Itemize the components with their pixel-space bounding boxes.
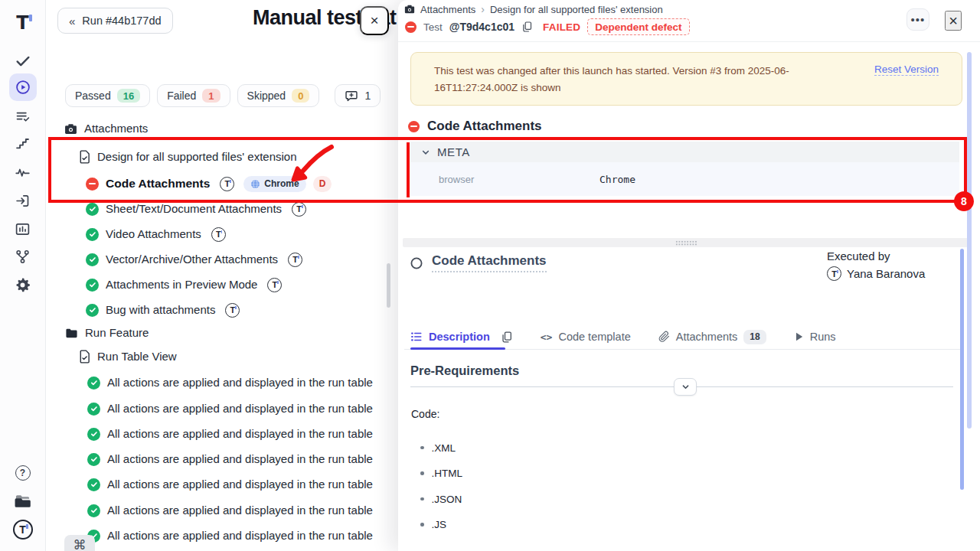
meta-value: Chrome	[599, 174, 635, 185]
sidebar-item-branches[interactable]	[9, 243, 37, 270]
test-run-table-action[interactable]: All actions are applied and displayed in…	[87, 399, 373, 418]
sidebar-item-projects[interactable]	[9, 487, 37, 515]
breadcrumb-separator: ›	[481, 3, 485, 15]
run-back-button[interactable]: « Run #44b177dd	[57, 8, 173, 34]
run-id-label: Run #44b177dd	[82, 15, 161, 27]
test-run-table-action[interactable]: All actions are applied and displayed in…	[87, 475, 373, 494]
list-item: .HTML	[420, 468, 462, 480]
close-icon: ×	[370, 12, 378, 29]
attachments-count: 18	[743, 330, 766, 344]
test-bug-attachments[interactable]: Bug with attachments	[86, 301, 240, 319]
panel-splitter[interactable]	[403, 238, 969, 247]
sidebar-item-settings[interactable]	[9, 271, 37, 298]
camera-icon	[64, 123, 77, 135]
test-run-table-action[interactable]: All actions are applied and displayed in…	[87, 527, 373, 545]
copy-icon	[501, 331, 513, 344]
passed-status-icon	[87, 428, 100, 441]
skipped-count: 0	[292, 89, 309, 103]
bullet-icon	[420, 471, 424, 475]
detail-close-button[interactable]: ×	[945, 11, 962, 31]
test-run-table-action[interactable]: All actions are applied and displayed in…	[87, 425, 373, 443]
list-item: .JS	[420, 519, 462, 531]
test-run-table-action[interactable]: All actions are applied and displayed in…	[87, 501, 373, 520]
test-run-table-action[interactable]: All actions are applied and displayed in…	[87, 450, 373, 468]
tab-code-template[interactable]: <> Code template	[541, 331, 631, 343]
sidebar-item-account[interactable]	[9, 516, 37, 543]
defect-badge-d[interactable]: D	[313, 176, 332, 192]
copy-test-id-button[interactable]	[521, 21, 533, 33]
import-icon	[15, 193, 31, 209]
test-video-attachments[interactable]: Video Attachments	[86, 225, 226, 243]
test-preview-mode[interactable]: Attachments in Preview Mode	[86, 276, 282, 294]
branch-icon	[15, 249, 31, 265]
detail-header: Attachments › Design for all supported f…	[398, 0, 980, 42]
passed-status-icon	[86, 253, 99, 266]
camera-icon	[404, 5, 415, 14]
run-filters: Passed 16 Failed 1 Skipped 0 1	[65, 84, 381, 107]
code-brackets-icon: <>	[541, 331, 553, 343]
comment-add-icon	[345, 90, 358, 103]
breadcrumb-parent[interactable]: Attachments	[420, 4, 475, 15]
outer-scrollbar[interactable]	[967, 52, 972, 429]
suite-attachments[interactable]: Attachments	[64, 119, 148, 138]
executed-by-block: Executed by Yana Baranova	[827, 249, 965, 281]
defect-badge[interactable]: Dependent defect	[587, 18, 689, 35]
tab-description[interactable]: Description	[410, 331, 490, 343]
tab-attachments[interactable]: Attachments 18	[658, 330, 766, 344]
suite-run-feature[interactable]: Run Feature	[65, 324, 149, 342]
definition-header: Code Attachments	[410, 253, 547, 272]
test-vector-attachments[interactable]: Vector/Archive/Other Attachments	[86, 250, 302, 269]
breadcrumb-current[interactable]: Design for all supported files' extensio…	[490, 4, 663, 15]
test-run-table-action[interactable]: All actions are applied and displayed in…	[87, 373, 373, 392]
sidebar-item-analytics[interactable]	[9, 215, 37, 243]
run-panel: « Run #44b177dd Manual tests at Passed 1…	[46, 0, 398, 551]
command-key-hint[interactable]: ⌘	[64, 535, 95, 551]
passed-status-icon	[87, 377, 100, 390]
sidebar-item-plans[interactable]	[9, 103, 37, 130]
sidebar-item-tests[interactable]	[9, 47, 37, 75]
user-avatar	[827, 266, 841, 281]
test-group-design[interactable]: Design for all supported files' extensio…	[79, 148, 297, 166]
detail-tabs: Description <> Code template Attachments…	[410, 324, 836, 349]
test-code-attachments[interactable]: Code Attachments Chrome D	[86, 174, 332, 193]
sidebar-item-milestones[interactable]	[9, 130, 37, 158]
back-chevrons-icon: «	[69, 15, 75, 28]
bullet-icon	[420, 523, 424, 527]
meta-row: browser Chrome	[410, 162, 959, 196]
close-icon: ×	[949, 12, 958, 30]
failed-status-icon	[408, 121, 420, 132]
filter-skipped[interactable]: Skipped 0	[237, 84, 320, 107]
check-icon	[15, 53, 31, 70]
filter-failed[interactable]: Failed 1	[157, 84, 230, 107]
meta-section-toggle[interactable]: META	[410, 142, 959, 162]
definition-title[interactable]: Code Attachments	[432, 253, 547, 272]
failed-status-icon	[405, 21, 416, 33]
testomat-avatar-icon	[211, 227, 226, 242]
filter-comments[interactable]: 1	[335, 84, 381, 107]
test-label: Test	[423, 21, 443, 33]
sidebar-item-runs[interactable]	[9, 73, 37, 101]
left-scrollbar[interactable]	[387, 263, 390, 308]
app-logo[interactable]	[9, 9, 37, 37]
sidebar-item-import[interactable]	[9, 187, 37, 214]
sidebar-item-pulse[interactable]	[9, 158, 37, 186]
collapse-section-button[interactable]	[674, 378, 697, 396]
folder-icon	[65, 328, 78, 339]
filter-passed[interactable]: Passed 16	[65, 84, 150, 107]
testomat-logo-icon	[16, 12, 28, 34]
play-circle-icon	[15, 79, 31, 96]
more-menu-button[interactable]: •••	[906, 8, 929, 31]
run-panel-close-button[interactable]: ×	[360, 6, 389, 35]
passed-status-icon	[87, 504, 100, 517]
passed-status-icon	[86, 304, 99, 317]
test-group-run-table-view[interactable]: Run Table View	[79, 347, 177, 366]
tab-runs[interactable]: Runs	[794, 331, 836, 343]
inner-scrollbar[interactable]	[960, 249, 964, 490]
sidebar-item-help[interactable]	[9, 459, 37, 487]
copy-description-button[interactable]	[501, 331, 513, 344]
active-tab-underline	[410, 347, 505, 350]
test-sheet-attachments[interactable]: Sheet/Text/Document Attachments	[86, 200, 306, 218]
reset-version-link[interactable]: Reset Version	[874, 64, 939, 76]
browser-badge[interactable]: Chrome	[243, 176, 305, 192]
more-icon: •••	[911, 13, 926, 26]
